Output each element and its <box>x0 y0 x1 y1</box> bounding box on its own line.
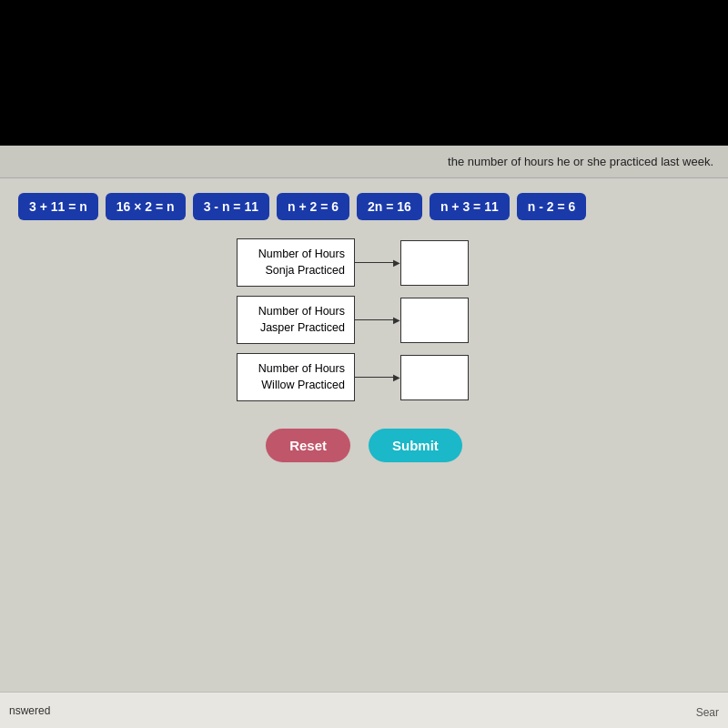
buttons-row: Reset Submit <box>18 429 710 462</box>
chip-chip5[interactable]: 2n = 16 <box>357 193 422 220</box>
chip-chip2[interactable]: 16 × 2 = n <box>106 193 186 220</box>
drop-sonja[interactable] <box>400 240 469 286</box>
row-jasper: Number of Hours Jasper Practiced <box>237 296 710 344</box>
drop-jasper[interactable] <box>400 298 469 343</box>
search-label: Sear <box>696 706 719 719</box>
drop-willow[interactable] <box>400 355 469 400</box>
row-willow: Number of Hours Willow Practiced <box>237 353 710 401</box>
arrow-sonja <box>355 258 400 268</box>
drop-rows-container: Number of Hours Sonja PracticedNumber of… <box>237 238 710 401</box>
arrow-willow <box>355 372 400 382</box>
reset-button[interactable]: Reset <box>266 429 350 462</box>
label-sonja: Number of Hours Sonja Practiced <box>237 238 355 287</box>
label-willow: Number of Hours Willow Practiced <box>237 353 355 401</box>
chips-container: 3 + 11 = n16 × 2 = n3 - n = 11n + 2 = 62… <box>18 193 710 220</box>
chip-chip1[interactable]: 3 + 11 = n <box>18 193 98 220</box>
arrow-jasper <box>355 315 400 325</box>
submit-button[interactable]: Submit <box>369 429 462 462</box>
answered-label: nswered <box>9 704 50 717</box>
chip-chip3[interactable]: 3 - n = 11 <box>193 193 269 220</box>
chip-chip7[interactable]: n - 2 = 6 <box>517 193 587 220</box>
row-sonja: Number of Hours Sonja Practiced <box>237 238 710 287</box>
label-jasper: Number of Hours Jasper Practiced <box>237 296 355 344</box>
chip-chip4[interactable]: n + 2 = 6 <box>277 193 349 220</box>
chip-chip6[interactable]: n + 3 = 11 <box>430 193 510 220</box>
instruction-text: the number of hours he or she practiced … <box>448 155 713 168</box>
